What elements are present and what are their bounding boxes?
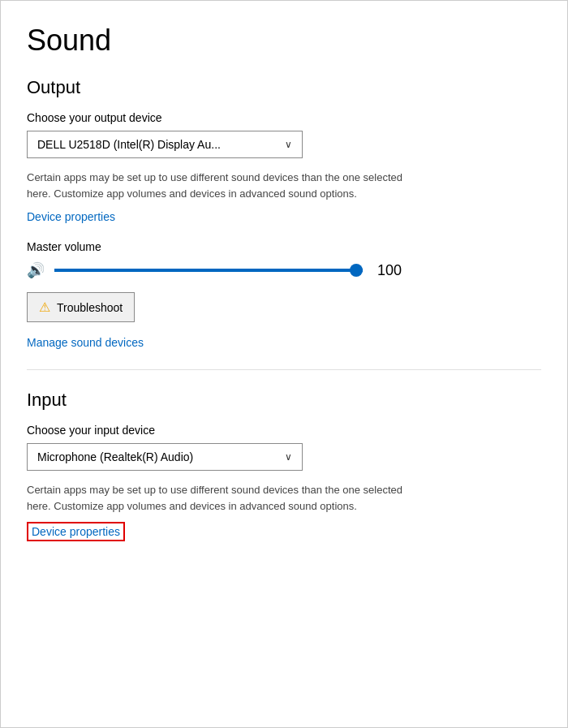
page-title: Sound xyxy=(27,24,541,58)
output-device-dropdown[interactable]: DELL U2518D (Intel(R) Display Au... ∨ xyxy=(27,131,303,158)
input-device-value: Microphone (Realtek(R) Audio) xyxy=(37,450,193,463)
troubleshoot-button[interactable]: ⚠ Troubleshoot xyxy=(27,292,135,322)
output-dropdown-arrow-icon: ∨ xyxy=(285,139,292,150)
volume-section: Master volume 🔊 100 xyxy=(27,240,541,279)
volume-value: 100 xyxy=(372,262,402,279)
sound-settings-window: Sound Output Choose your output device D… xyxy=(0,0,568,728)
troubleshoot-label: Troubleshoot xyxy=(57,301,123,314)
input-device-dropdown[interactable]: Microphone (Realtek(R) Audio) ∨ xyxy=(27,443,303,471)
input-section: Input Choose your input device Microphon… xyxy=(27,390,541,541)
output-device-value: DELL U2518D (Intel(R) Display Au... xyxy=(37,138,221,151)
input-device-properties-link[interactable]: Device properties xyxy=(27,522,125,541)
speaker-icon: 🔊 xyxy=(27,261,45,279)
section-divider xyxy=(27,369,541,370)
warning-icon: ⚠ xyxy=(39,299,50,315)
volume-slider[interactable] xyxy=(54,269,363,272)
output-device-properties-link[interactable]: Device properties xyxy=(27,210,115,223)
input-section-title: Input xyxy=(27,390,541,411)
manage-sound-devices-link[interactable]: Manage sound devices xyxy=(27,336,144,349)
output-section-title: Output xyxy=(27,77,541,98)
volume-row: 🔊 100 xyxy=(27,261,541,279)
input-device-label: Choose your input device xyxy=(27,424,541,437)
input-description: Certain apps may be set up to use differ… xyxy=(27,482,416,514)
output-device-label: Choose your output device xyxy=(27,111,541,124)
output-description: Certain apps may be set up to use differ… xyxy=(27,170,416,201)
input-dropdown-arrow-icon: ∨ xyxy=(285,451,292,463)
volume-label: Master volume xyxy=(27,240,541,253)
output-section: Output Choose your output device DELL U2… xyxy=(27,77,541,350)
